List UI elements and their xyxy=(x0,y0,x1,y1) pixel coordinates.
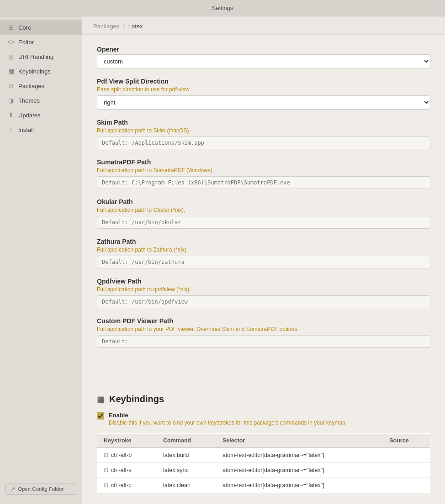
th-keystroke: Keystroke xyxy=(97,434,157,448)
enable-label-group: Enable Disable this if you want to bind … xyxy=(109,412,347,426)
opener-field: Opener custom xyxy=(97,46,430,68)
sidebar-item-label-themes: Themes xyxy=(18,97,40,104)
open-config-icon: ↗ xyxy=(11,486,15,492)
cell-source-0 xyxy=(383,448,430,463)
themes-icon: ◑ xyxy=(7,97,15,104)
cell-keystroke-0: ⊡ ctrl-alt-b xyxy=(97,448,157,463)
okular-path-input[interactable] xyxy=(97,216,430,229)
cell-selector-1: atom-text-editor[data-grammar~="latex"] xyxy=(216,463,383,478)
sidebar-item-updates[interactable]: ⬆ Updates xyxy=(0,108,82,122)
keybindings-table: Keystroke Command Selector Source ⊡ ctrl… xyxy=(97,433,430,493)
keybindings-heading: Keybindings xyxy=(109,394,164,404)
title-bar: Settings xyxy=(0,0,445,16)
sidebar-item-label-packages: Packages xyxy=(18,83,44,89)
core-icon: ⊞ xyxy=(7,24,15,31)
open-config-folder-button[interactable]: ↗ Open Config Folder xyxy=(5,483,76,495)
sidebar-item-themes[interactable]: ◑ Themes xyxy=(0,93,82,108)
updates-icon: ⬆ xyxy=(7,111,15,119)
table-row: ⊡ ctrl-alt-c latex:clean atom-text-edito… xyxy=(97,478,430,493)
table-header-row: Keystroke Command Selector Source xyxy=(97,434,430,448)
th-command: Command xyxy=(157,434,216,448)
keystroke-icon-0: ⊡ xyxy=(104,452,108,458)
keystroke-icon-1: ⊡ xyxy=(104,467,108,473)
zathura-path-input[interactable] xyxy=(97,256,430,268)
keybindings-section: ▦ Keybindings Enable Disable this if you… xyxy=(82,394,445,504)
editor-icon: <> xyxy=(7,38,15,46)
custom-pdf-path-input[interactable] xyxy=(97,335,430,348)
table-row: ⊡ ctrl-alt-s latex:sync atom-text-editor… xyxy=(97,463,430,478)
cell-selector-0: atom-text-editor[data-grammar~="latex"] xyxy=(216,448,383,463)
opener-label: Opener xyxy=(97,46,430,53)
sidebar-item-label-editor: Editor xyxy=(18,39,34,46)
enable-row: Enable Disable this if you want to bind … xyxy=(97,412,430,426)
breadcrumb-separator: / xyxy=(123,23,125,30)
table-row: ⊡ ctrl-alt-b latex:build atom-text-edito… xyxy=(97,448,430,463)
th-selector: Selector xyxy=(216,434,383,448)
sidebar-item-label-keybindings: Keybindings xyxy=(18,68,51,75)
sidebar-item-label-install: Install xyxy=(18,126,34,133)
skim-path-desc: Full application path to Skim (macOS). xyxy=(97,127,430,134)
qpdfview-path-label: Qpdfview Path xyxy=(97,278,430,285)
custom-pdf-path-field: Custom PDF Viewer Path Full application … xyxy=(97,317,430,348)
okular-path-label: Okular Path xyxy=(97,198,430,205)
title-bar-text: Settings xyxy=(212,5,233,11)
sidebar-item-editor[interactable]: <> Editor xyxy=(0,35,82,49)
sidebar-item-label-core: Core xyxy=(18,24,31,31)
sidebar-item-install[interactable]: + Install xyxy=(0,122,82,137)
skim-path-input[interactable] xyxy=(97,136,430,149)
okular-path-desc: Full application path to Okular (*nix). xyxy=(97,207,430,213)
okular-path-field: Okular Path Full application path to Oku… xyxy=(97,198,430,229)
sidebar-item-keybindings[interactable]: ▦ Keybindings xyxy=(0,64,82,79)
breadcrumb-current: Latex xyxy=(128,23,143,30)
th-source: Source xyxy=(383,434,430,448)
custom-pdf-path-label: Custom PDF Viewer Path xyxy=(97,317,430,325)
sidebar-item-label-uri: URI Handling xyxy=(18,53,53,60)
cell-keystroke-1: ⊡ ctrl-alt-s xyxy=(97,463,157,478)
enable-label: Enable xyxy=(109,412,347,419)
packages-icon: ⊙ xyxy=(7,82,15,89)
qpdfview-path-field: Qpdfview Path Full application path to q… xyxy=(97,278,430,308)
sumatra-path-field: SumatraPDF Path Full application path to… xyxy=(97,158,430,189)
sidebar-footer: ↗ Open Config Folder xyxy=(0,478,82,500)
section-divider xyxy=(82,381,445,381)
keybindings-section-icon: ▦ xyxy=(97,394,105,404)
sumatra-path-desc: Full application path to SumatraPDF (Win… xyxy=(97,167,430,173)
sumatra-path-label: SumatraPDF Path xyxy=(97,158,430,166)
pdf-split-desc: Pane split direction to use for pdf-view… xyxy=(97,86,430,93)
cell-command-2: latex:clean xyxy=(157,478,216,493)
pdf-split-field: Pdf View Split Direction Pane split dire… xyxy=(97,78,430,110)
cell-command-1: latex:sync xyxy=(157,463,216,478)
zathura-path-desc: Full application path to Zathura (*nix). xyxy=(97,247,430,253)
cell-keystroke-2: ⊡ ctrl-alt-c xyxy=(97,478,157,493)
zathura-path-field: Zathura Path Full application path to Za… xyxy=(97,238,430,268)
uri-icon: ◎ xyxy=(7,53,15,60)
enable-desc: Disable this if you want to bind your ow… xyxy=(109,420,347,426)
main-layout: ⊞ Core <> Editor ◎ URI Handling ▦ Keybin… xyxy=(0,16,445,504)
sidebar-item-label-updates: Updates xyxy=(18,112,40,119)
sidebar: ⊞ Core <> Editor ◎ URI Handling ▦ Keybin… xyxy=(0,16,82,504)
keybindings-icon: ▦ xyxy=(7,68,15,75)
cell-source-2 xyxy=(383,478,430,493)
keystroke-icon-2: ⊡ xyxy=(104,482,108,488)
cell-selector-2: atom-text-editor[data-grammar~="latex"] xyxy=(216,478,383,493)
qpdfview-path-desc: Full application path to qpdfview (*nix)… xyxy=(97,286,430,293)
breadcrumb-packages-link[interactable]: Packages xyxy=(93,23,119,30)
sidebar-item-uri-handling[interactable]: ◎ URI Handling xyxy=(0,49,82,64)
pdf-split-select[interactable]: right xyxy=(97,95,430,110)
skim-path-label: Skim Path xyxy=(97,119,430,126)
sumatra-path-input[interactable] xyxy=(97,176,430,189)
content-area: Packages / Latex Opener custom Pdf View … xyxy=(82,16,445,504)
qpdfview-path-input[interactable] xyxy=(97,295,430,308)
sidebar-item-core[interactable]: ⊞ Core xyxy=(0,20,82,35)
zathura-path-label: Zathura Path xyxy=(97,238,430,245)
sidebar-item-packages[interactable]: ⊙ Packages xyxy=(0,79,82,93)
skim-path-field: Skim Path Full application path to Skim … xyxy=(97,119,430,149)
settings-content: Opener custom Pdf View Split Direction P… xyxy=(82,35,445,368)
keybindings-title: ▦ Keybindings xyxy=(97,394,430,404)
breadcrumb: Packages / Latex xyxy=(82,16,445,35)
install-icon: + xyxy=(7,126,15,133)
pdf-split-label: Pdf View Split Direction xyxy=(97,78,430,85)
opener-select[interactable]: custom xyxy=(97,54,430,68)
enable-checkbox[interactable] xyxy=(97,412,104,420)
cell-source-1 xyxy=(383,463,430,478)
